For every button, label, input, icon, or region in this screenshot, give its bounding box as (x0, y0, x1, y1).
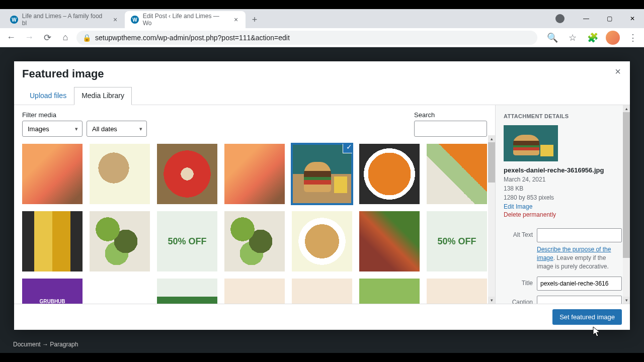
filter-type-select[interactable]: Images (22, 121, 83, 137)
window-maximize[interactable]: ▢ (598, 11, 621, 26)
media-thumb[interactable] (359, 279, 420, 304)
filter-media-label: Filter media (22, 111, 147, 119)
featured-image-modal: Featured image × Upload files Media Libr… (14, 61, 630, 330)
new-tab-button[interactable]: + (248, 13, 262, 27)
lock-icon: 🔒 (83, 34, 91, 42)
address-bar[interactable]: 🔒 setupwptheme.com/wp-admin/post.php?pos… (76, 31, 537, 45)
breadcrumb: Document → Paragraph (13, 341, 78, 348)
window-minimize[interactable]: — (575, 11, 598, 26)
alt-text-help: Describe the purpose of the image. Leave… (537, 245, 622, 270)
media-thumb[interactable] (90, 211, 150, 272)
forward-button[interactable]: → (22, 31, 36, 45)
attachment-date: March 24, 2021 (504, 175, 622, 184)
attachment-details-panel: ATTACHMENT DETAILS pexels-daniel-reche-3… (495, 105, 630, 304)
media-thumb[interactable]: GRUBHUB Instead Of Cooking, PLAY (22, 279, 83, 304)
attachment-preview (504, 125, 558, 161)
alt-text-label: Alt Text (504, 228, 533, 238)
edit-image-link[interactable]: Edit Image (504, 203, 622, 210)
scroll-thumb[interactable] (488, 142, 495, 183)
account-icon[interactable] (555, 14, 565, 23)
media-thumb[interactable] (224, 211, 285, 272)
media-thumb[interactable] (157, 144, 217, 204)
tab-title: Edit Post ‹ Life and Limes — Wo (143, 13, 228, 27)
zoom-icon[interactable]: 🔍 (545, 31, 559, 45)
grid-scrollbar[interactable]: ▴ ▾ (488, 135, 495, 304)
attachment-size: 138 KB (504, 184, 622, 193)
window-close[interactable]: ✕ (621, 11, 644, 26)
sidebar-scrollbar[interactable]: ▴ ▾ (623, 105, 630, 304)
media-thumb[interactable] (90, 144, 150, 204)
media-thumb[interactable] (292, 211, 352, 272)
check-icon: ✓ (343, 144, 352, 153)
menu-icon[interactable]: ⋮ (626, 31, 640, 45)
media-thumb[interactable] (224, 279, 285, 304)
media-thumb[interactable] (427, 144, 487, 204)
media-thumb[interactable] (157, 279, 217, 304)
set-featured-image-button[interactable]: Set featured image (552, 309, 622, 325)
modal-title: Featured image (22, 67, 104, 80)
media-thumb[interactable] (292, 279, 352, 304)
media-grid: ✓ GRUBHUB Instead Of Cookin (22, 144, 487, 304)
media-thumb[interactable] (157, 211, 217, 272)
caption-input[interactable] (537, 296, 622, 304)
browser-toolbar: ← → ⟳ ⌂ 🔒 setupwptheme.com/wp-admin/post… (0, 28, 644, 47)
reload-button[interactable]: ⟳ (40, 31, 54, 45)
browser-tab-1[interactable]: W Life and Limes – A family food bl × (4, 11, 125, 28)
scroll-thumb[interactable] (623, 112, 630, 258)
close-modal-button[interactable]: × (612, 65, 624, 77)
tab-upload-files[interactable]: Upload files (22, 87, 74, 105)
scroll-down-arrow[interactable]: ▾ (488, 297, 495, 304)
tab-title: Life and Limes – A family food bl (22, 13, 108, 27)
media-thumb[interactable]: DOORDASH First Order, $0 Delivery Fee (90, 279, 150, 304)
scroll-up-arrow[interactable]: ▴ (488, 135, 495, 142)
media-thumb[interactable] (224, 144, 285, 204)
browser-tab-bar: W Life and Limes – A family food bl × W … (0, 9, 644, 28)
alt-text-input[interactable] (537, 228, 622, 242)
editor-backdrop: Document → Paragraph Featured image × Up… (0, 47, 644, 353)
title-input[interactable] (537, 277, 622, 291)
attachment-filename: pexels-daniel-reche-3616956.jpg (504, 166, 622, 174)
scroll-down-arrow[interactable]: ▾ (623, 297, 630, 304)
media-thumb[interactable] (22, 211, 83, 272)
media-thumb[interactable] (359, 211, 420, 272)
extensions-icon[interactable]: 🧩 (586, 31, 600, 45)
search-input[interactable] (414, 121, 487, 137)
wordpress-favicon: W (10, 16, 18, 24)
tab-media-library[interactable]: Media Library (74, 87, 132, 105)
caption-label: Caption (504, 296, 533, 304)
media-thumb[interactable] (427, 211, 487, 272)
bookmark-icon[interactable]: ☆ (566, 31, 580, 45)
attachment-details-heading: ATTACHMENT DETAILS (504, 113, 622, 119)
browser-tab-2[interactable]: W Edit Post ‹ Life and Limes — Wo × (125, 11, 246, 28)
search-label: Search (414, 111, 487, 119)
close-icon[interactable]: × (112, 16, 119, 23)
scroll-up-arrow[interactable]: ▴ (623, 105, 630, 112)
media-thumb-selected[interactable]: ✓ (292, 144, 352, 204)
wordpress-favicon: W (131, 16, 139, 24)
media-thumb[interactable] (359, 144, 420, 204)
close-icon[interactable]: × (232, 16, 239, 23)
attachment-dimensions: 1280 by 853 pixels (504, 193, 622, 202)
profile-avatar[interactable] (606, 31, 620, 45)
home-button[interactable]: ⌂ (58, 31, 72, 45)
url-text: setupwptheme.com/wp-admin/post.php?post=… (95, 34, 290, 42)
filter-date-select[interactable]: All dates (87, 121, 147, 137)
media-library-panel: Filter media Images All dates Search (14, 105, 495, 304)
title-label: Title (504, 277, 533, 287)
delete-permanently-link[interactable]: Delete permanently (504, 211, 622, 218)
media-thumb[interactable] (22, 144, 83, 204)
back-button[interactable]: ← (4, 31, 18, 45)
media-thumb[interactable] (427, 279, 487, 304)
